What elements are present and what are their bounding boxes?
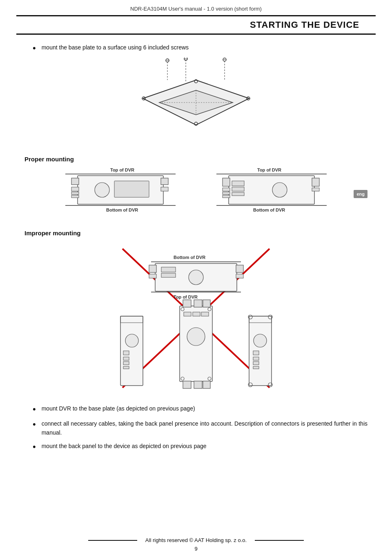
svg-rect-35 (223, 192, 230, 194)
svg-point-39 (272, 183, 287, 197)
svg-rect-25 (161, 187, 168, 191)
bullet-dot-1: • (33, 43, 36, 54)
eng-badge: eng (354, 190, 368, 198)
svg-rect-37 (312, 178, 319, 186)
svg-rect-56 (236, 274, 243, 278)
footer-hr-left (88, 540, 137, 541)
svg-rect-41 (232, 187, 244, 191)
bullet-dot-3: • (33, 419, 36, 430)
header-title: NDR-EA3104M User's manual - 1.0 version … (130, 6, 262, 12)
footer-copyright: All rights reserved © AAT Holding sp. z … (145, 537, 247, 543)
svg-rect-61 (123, 351, 129, 355)
svg-text:Top of DVR: Top of DVR (110, 167, 134, 172)
section-title-bar: STARTING THE DEVICE (16, 15, 376, 35)
proper-left-svg: Top of DVR Bottom of (57, 167, 184, 220)
svg-rect-42 (232, 192, 244, 196)
bullet-dot-2: • (33, 404, 36, 415)
svg-rect-74 (184, 312, 191, 316)
bullet-dot-4: • (33, 442, 36, 452)
proper-right-diagram: Top of DVR (208, 167, 335, 221)
bullet-text-3: connect all necessary cables, taking the… (42, 419, 368, 437)
svg-text:Bottom of DVR: Bottom of DVR (174, 255, 205, 260)
svg-rect-70 (183, 381, 191, 388)
footer-line: All rights reserved © AAT Holding sp. z … (0, 537, 392, 543)
proper-right-svg: Top of DVR (208, 167, 335, 220)
svg-rect-63 (123, 361, 129, 365)
svg-rect-81 (249, 316, 272, 386)
svg-rect-20 (71, 178, 79, 185)
svg-rect-84 (253, 357, 259, 360)
svg-rect-71 (194, 381, 202, 388)
bullet-text-4: mount the back panel to the device as de… (42, 442, 207, 451)
section-title: STARTING THE DEVICE (250, 20, 359, 30)
base-plate-svg (131, 58, 261, 147)
svg-rect-55 (236, 265, 243, 272)
svg-rect-22 (71, 192, 79, 194)
svg-rect-67 (183, 300, 191, 307)
svg-text:Bottom of DVR: Bottom of DVR (106, 207, 138, 212)
svg-rect-24 (161, 178, 168, 185)
svg-text:Top of DVR: Top of DVR (174, 295, 198, 299)
svg-rect-53 (149, 265, 156, 272)
svg-rect-40 (232, 181, 244, 186)
svg-rect-75 (193, 312, 200, 316)
svg-rect-27 (114, 181, 149, 197)
page-number: 9 (0, 546, 392, 552)
svg-rect-23 (71, 195, 79, 198)
svg-rect-64 (123, 366, 129, 369)
svg-rect-72 (203, 381, 210, 388)
proper-mounting-label: Proper mounting (24, 156, 368, 163)
improper-mounting-label: Improper mounting (24, 230, 368, 236)
svg-rect-51 (161, 267, 176, 272)
svg-rect-33 (223, 178, 230, 186)
svg-rect-34 (223, 188, 230, 191)
improper-mounting-svg: Bottom of DVR Top of DVR (98, 241, 294, 396)
svg-rect-68 (194, 300, 202, 307)
svg-rect-21 (71, 187, 79, 191)
svg-point-60 (125, 334, 138, 347)
page-footer: All rights reserved © AAT Holding sp. z … (0, 537, 392, 552)
page-header: NDR-EA3104M User's manual - 1.0 version … (0, 0, 392, 15)
bullet-text-2: mount DVR to the base plate (as depicted… (42, 404, 195, 413)
bullet-item-1: • mount the base plate to a surface usin… (33, 43, 368, 54)
base-plate-diagram (24, 58, 368, 147)
svg-rect-69 (203, 300, 210, 307)
improper-mounting-diagram: Bottom of DVR Top of DVR (24, 241, 368, 396)
svg-rect-83 (253, 351, 259, 355)
svg-rect-36 (223, 195, 230, 198)
svg-point-50 (189, 270, 203, 285)
content-area: • mount the base plate to a surface usin… (0, 43, 392, 452)
bullet-item-2: • mount DVR to the base plate (as depict… (33, 404, 368, 415)
svg-rect-85 (253, 361, 259, 365)
bullet-text-1: mount the base plate to a surface using … (42, 43, 189, 52)
svg-rect-54 (149, 274, 156, 278)
svg-text:Bottom of DVR: Bottom of DVR (253, 207, 285, 212)
bullet-item-3: • connect all necessary cables, taking t… (33, 419, 368, 437)
svg-point-73 (187, 328, 205, 346)
proper-left-diagram: Top of DVR Bottom of (57, 167, 184, 221)
svg-rect-38 (312, 188, 319, 191)
svg-point-82 (254, 334, 267, 347)
svg-rect-52 (161, 273, 176, 277)
svg-rect-62 (123, 357, 129, 360)
bullet-item-4: • mount the back panel to the device as … (33, 442, 368, 452)
svg-rect-76 (201, 312, 209, 316)
svg-point-26 (95, 183, 109, 197)
svg-text:Top of DVR: Top of DVR (257, 167, 281, 172)
footer-hr-right (255, 540, 304, 541)
proper-mounting-diagrams: Top of DVR Bottom of (24, 167, 368, 221)
svg-rect-86 (253, 366, 259, 369)
